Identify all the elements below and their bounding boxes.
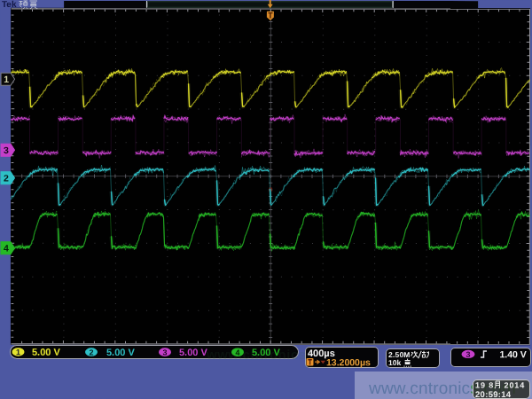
svg-text:3: 3 bbox=[466, 349, 470, 358]
svg-text:5.00 V: 5.00 V bbox=[106, 346, 135, 356]
svg-text:2: 2 bbox=[89, 348, 93, 356]
svg-text:13.2000µs: 13.2000µs bbox=[326, 357, 371, 367]
svg-text:1: 1 bbox=[4, 74, 9, 84]
svg-text:5.00 V: 5.00 V bbox=[179, 346, 207, 356]
svg-text:4: 4 bbox=[235, 348, 239, 356]
svg-text:1.40 V: 1.40 V bbox=[499, 348, 526, 359]
svg-text:1: 1 bbox=[16, 348, 20, 356]
svg-text:5.00 V: 5.00 V bbox=[252, 347, 280, 357]
svg-text:3: 3 bbox=[162, 348, 167, 356]
svg-text:2: 2 bbox=[4, 172, 9, 183]
svg-text:5.00 V: 5.00 V bbox=[32, 346, 60, 356]
svg-text:4: 4 bbox=[4, 242, 9, 253]
svg-text:3: 3 bbox=[4, 145, 9, 155]
